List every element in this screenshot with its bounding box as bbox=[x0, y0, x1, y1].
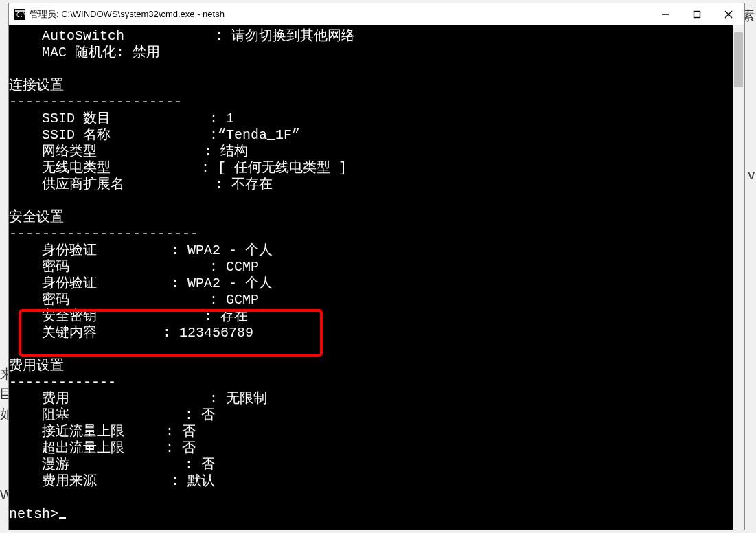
output-line: 超出流量上限 : 否 bbox=[9, 440, 196, 456]
output-line: 身份验证 : WPA2 - 个人 bbox=[9, 275, 273, 291]
bg-text: v bbox=[748, 168, 755, 183]
output-line: 费用 : 无限制 bbox=[9, 391, 267, 407]
output-line: 网络类型 : 结构 bbox=[9, 144, 248, 159]
titlebar[interactable]: C:\ 管理员: C:\WINDOWS\system32\cmd.exe - n… bbox=[9, 3, 744, 25]
terminal-output[interactable]: AutoSwitch : 请勿切换到其他网络 MAC 随机化: 禁用 连接设置 … bbox=[9, 25, 733, 530]
output-line: ------------- bbox=[9, 374, 116, 390]
output-line: 阻塞 : 否 bbox=[9, 407, 215, 423]
output-line-security-key: 安全密钥 : 存在 bbox=[9, 308, 248, 324]
svg-text:C:\: C:\ bbox=[16, 12, 25, 19]
scrollbar-thumb[interactable] bbox=[734, 32, 743, 87]
output-line: 密码 : GCMP bbox=[9, 292, 259, 308]
output-line: --------------------- bbox=[9, 94, 182, 110]
output-line: 接近流量上限 : 否 bbox=[9, 424, 196, 440]
output-line: MAC 随机化: 禁用 bbox=[9, 45, 160, 60]
maximize-button[interactable] bbox=[681, 3, 713, 25]
section-header: 费用设置 bbox=[9, 358, 64, 374]
output-line: 身份验证 : WPA2 - 个人 bbox=[9, 242, 273, 258]
window-title: 管理员: C:\WINDOWS\system32\cmd.exe - netsh bbox=[30, 8, 650, 21]
output-line: AutoSwitch : 请勿切换到其他网络 bbox=[9, 28, 355, 44]
output-line: 无线电类型 : [ 任何无线电类型 ] bbox=[9, 160, 347, 176]
output-line: 漫游 : 否 bbox=[9, 457, 215, 473]
section-header: 连接设置 bbox=[9, 78, 64, 93]
cmd-window: C:\ 管理员: C:\WINDOWS\system32\cmd.exe - n… bbox=[8, 3, 745, 530]
minimize-button[interactable] bbox=[650, 3, 681, 25]
terminal-scrollbar[interactable] bbox=[733, 25, 744, 530]
output-line-key-content: 关键内容 : 123456789 bbox=[9, 325, 253, 341]
svg-rect-4 bbox=[694, 11, 700, 17]
output-line: SSID 名称 :“Tenda_1F” bbox=[9, 127, 300, 143]
output-line: 费用来源 : 默认 bbox=[9, 473, 215, 489]
close-button[interactable] bbox=[713, 3, 744, 25]
output-line: 密码 : CCMP bbox=[9, 259, 259, 275]
svg-rect-1 bbox=[15, 10, 25, 12]
cursor bbox=[59, 517, 66, 519]
section-header: 安全设置 bbox=[9, 209, 64, 225]
output-line: 供应商扩展名 : 不存在 bbox=[9, 177, 273, 192]
cmd-icon: C:\ bbox=[14, 9, 25, 20]
output-line: ----------------------- bbox=[9, 226, 198, 242]
prompt: netsh> bbox=[9, 506, 58, 522]
output-line: SSID 数目 : 1 bbox=[9, 111, 234, 126]
